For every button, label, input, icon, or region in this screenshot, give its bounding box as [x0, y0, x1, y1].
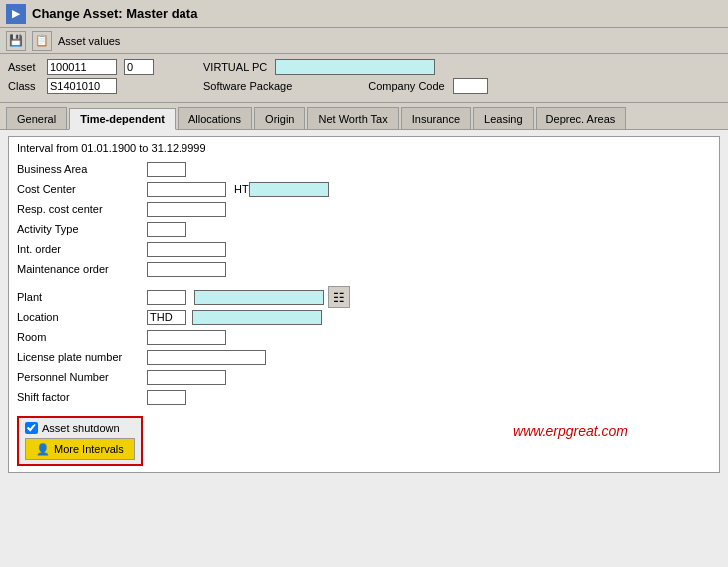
- personnel-number-label: Personnel Number: [17, 371, 147, 383]
- asset-values-icon[interactable]: 📋: [32, 31, 52, 51]
- save-button[interactable]: 💾: [6, 31, 26, 51]
- tab-leasing[interactable]: Leasing: [473, 107, 534, 129]
- tab-origin[interactable]: Origin: [254, 107, 305, 129]
- plant-label: Plant: [17, 291, 147, 303]
- location-cyan-input[interactable]: [192, 310, 322, 325]
- business-area-label: Business Area: [17, 163, 147, 175]
- asset-input[interactable]: [47, 59, 117, 75]
- tab-time-dependent[interactable]: Time-dependent: [69, 108, 176, 130]
- tab-insurance[interactable]: Insurance: [401, 107, 471, 129]
- plant-row: Plant ☷: [17, 288, 711, 306]
- business-area-input[interactable]: [147, 162, 186, 177]
- virtual-pc-row: VIRTUAL PC: [203, 59, 488, 75]
- shift-factor-label: Shift factor: [17, 391, 147, 403]
- app-icon: ▶: [6, 4, 26, 24]
- resp-cost-center-input[interactable]: [147, 202, 226, 217]
- asset-label: Asset: [8, 61, 43, 73]
- location-input[interactable]: [147, 310, 186, 325]
- class-row: Class: [8, 78, 154, 94]
- ht-cyan-field: [249, 182, 329, 197]
- interval-box: Interval from 01.01.1900 to 31.12.9999 B…: [8, 136, 720, 473]
- tab-general[interactable]: General: [6, 107, 67, 129]
- activity-type-input[interactable]: [147, 222, 186, 237]
- person-icon: 👤: [36, 443, 50, 456]
- room-row: Room: [17, 328, 711, 346]
- room-input[interactable]: [147, 330, 226, 345]
- cost-center-input[interactable]: [147, 182, 226, 197]
- plant-input[interactable]: [147, 290, 186, 305]
- asset-row: Asset: [8, 59, 154, 75]
- asset-shutdown-label: Asset shutdown: [42, 423, 120, 434]
- main-content: www.erpgreat.com Interval from 01.01.190…: [0, 130, 728, 485]
- title-bar: ▶ Change Asset: Master data: [0, 0, 728, 28]
- resp-cost-center-row: Resp. cost center: [17, 200, 711, 218]
- header-right: VIRTUAL PC Software Package Company Code: [203, 59, 488, 94]
- activity-type-row: Activity Type: [17, 220, 711, 238]
- virtual-pc-label: VIRTUAL PC: [203, 61, 267, 73]
- license-plate-row: License plate number: [17, 348, 711, 366]
- personnel-number-row: Personnel Number: [17, 368, 711, 386]
- form-section-1: Business Area Cost Center HT Resp. cost …: [17, 160, 711, 278]
- license-plate-label: License plate number: [17, 351, 147, 363]
- class-input[interactable]: [47, 78, 117, 94]
- form-section-2: Plant ☷ Location Room License plate numb…: [17, 288, 711, 406]
- maintenance-order-label: Maintenance order: [17, 263, 147, 275]
- ht-label: HT: [234, 183, 249, 195]
- shift-factor-row: Shift factor: [17, 388, 711, 406]
- asset-shutdown-checkbox[interactable]: [25, 422, 38, 434]
- lookup-icon[interactable]: ☷: [328, 286, 350, 308]
- toolbar: 💾 📋 Asset values: [0, 28, 728, 54]
- maintenance-order-row: Maintenance order: [17, 260, 711, 278]
- int-order-label: Int. order: [17, 243, 147, 255]
- location-row: Location: [17, 308, 711, 326]
- activity-type-label: Activity Type: [17, 223, 147, 235]
- asset-header: Asset Class VIRTUAL PC Software Package …: [0, 54, 728, 103]
- software-company-row: Software Package Company Code: [203, 78, 488, 94]
- more-intervals-label: More Intervals: [54, 443, 124, 455]
- virtual-pc-input[interactable]: [275, 59, 435, 75]
- plant-cyan-input[interactable]: [194, 290, 324, 305]
- asset-values-label: Asset values: [58, 35, 120, 47]
- shutdown-section: Asset shutdown 👤 More Intervals: [17, 412, 711, 466]
- resp-cost-center-label: Resp. cost center: [17, 203, 147, 215]
- company-code-input[interactable]: [453, 78, 488, 94]
- maintenance-order-input[interactable]: [147, 262, 226, 277]
- location-label: Location: [17, 311, 147, 323]
- header-left: Asset Class: [8, 59, 154, 97]
- interval-title: Interval from 01.01.1900 to 31.12.9999: [17, 142, 711, 154]
- software-package-label: Software Package: [203, 80, 292, 92]
- business-area-row: Business Area: [17, 160, 711, 178]
- int-order-row: Int. order: [17, 240, 711, 258]
- asset-shutdown-row: Asset shutdown: [25, 422, 135, 434]
- class-label: Class: [8, 80, 43, 92]
- asset-suffix-input[interactable]: [124, 59, 154, 75]
- company-code-label: Company Code: [368, 80, 444, 92]
- license-plate-input[interactable]: [147, 350, 266, 365]
- cost-center-row: Cost Center HT: [17, 180, 711, 198]
- tabs-bar: General Time-dependent Allocations Origi…: [0, 103, 728, 130]
- int-order-input[interactable]: [147, 242, 226, 257]
- personnel-number-input[interactable]: [147, 370, 226, 385]
- tab-deprec-areas[interactable]: Deprec. Areas: [536, 107, 627, 129]
- cost-center-label: Cost Center: [17, 183, 147, 195]
- tab-allocations[interactable]: Allocations: [178, 107, 252, 129]
- tab-net-worth-tax[interactable]: Net Worth Tax: [307, 107, 398, 129]
- room-label: Room: [17, 331, 147, 343]
- shift-factor-input[interactable]: [147, 390, 186, 405]
- asset-shutdown-box: Asset shutdown 👤 More Intervals: [17, 416, 143, 466]
- window-title: Change Asset: Master data: [32, 6, 197, 21]
- more-intervals-button[interactable]: 👤 More Intervals: [25, 438, 135, 460]
